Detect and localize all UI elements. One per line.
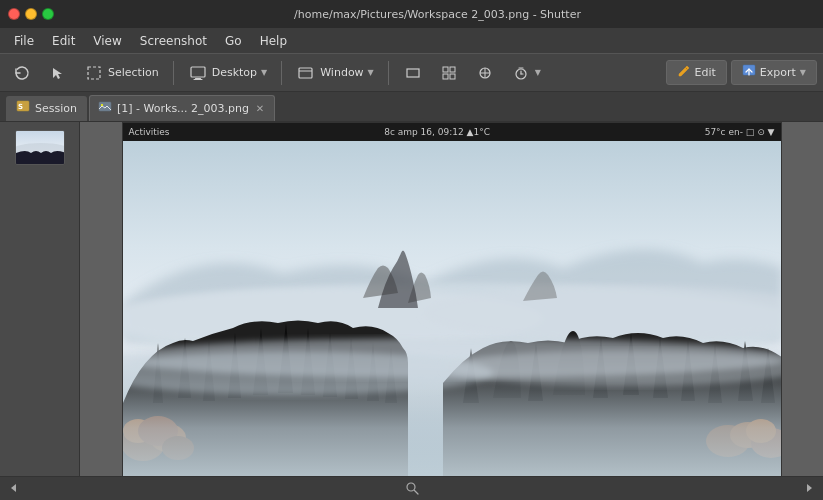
desktop-label: Desktop [212, 66, 257, 79]
svg-point-23 [101, 104, 103, 106]
menu-edit[interactable]: Edit [44, 31, 83, 51]
svg-text:S: S [18, 103, 23, 111]
rectangle-icon [403, 63, 423, 83]
menu-go[interactable]: Go [217, 31, 250, 51]
export-icon [742, 64, 756, 81]
status-bar [0, 476, 823, 500]
image-tab[interactable]: [1] - Works... 2_003.png ✕ [89, 95, 275, 121]
image-area: Activities 8c amp 16, 09:12 ▲1°C 57°c en… [80, 122, 823, 476]
edit-icon [677, 64, 691, 81]
tab-bar: S Session [1] - Works... 2_003.png ✕ [0, 92, 823, 122]
export-button[interactable]: Export ▼ [731, 60, 817, 85]
menu-file[interactable]: File [6, 31, 42, 51]
extra-btn-1[interactable] [397, 60, 429, 86]
separator-3 [388, 61, 389, 85]
separator-1 [173, 61, 174, 85]
menu-help[interactable]: Help [252, 31, 295, 51]
extra-btn-4[interactable]: ▼ [505, 60, 547, 86]
window-icon [296, 63, 316, 83]
session-label: Session [35, 102, 77, 115]
desktop-button[interactable]: Desktop ▼ [182, 60, 274, 86]
svg-rect-6 [443, 67, 448, 72]
inner-statusbar-left: Activities [129, 127, 170, 137]
svg-rect-9 [450, 74, 455, 79]
refresh-button[interactable] [6, 60, 38, 86]
selection-button[interactable]: Selection [78, 60, 165, 86]
svg-rect-22 [99, 102, 111, 111]
thumbnail[interactable] [15, 130, 65, 165]
extra-btn-2[interactable] [433, 60, 465, 86]
export-label: Export [760, 66, 796, 79]
menu-bar: File Edit View Screenshot Go Help [0, 28, 823, 54]
left-panel [0, 122, 80, 476]
window-dropdown-arrow: ▼ [368, 68, 374, 77]
landscape-svg [123, 123, 782, 477]
timer-icon [511, 63, 531, 83]
selection-label: Selection [108, 66, 159, 79]
refresh-icon [12, 63, 32, 83]
window-button[interactable]: Window ▼ [290, 60, 380, 86]
svg-marker-47 [807, 484, 812, 492]
close-button[interactable] [8, 8, 20, 20]
inner-statusbar: Activities 8c amp 16, 09:12 ▲1°C 57°c en… [123, 123, 781, 141]
menu-view[interactable]: View [85, 31, 129, 51]
svg-line-46 [414, 490, 418, 494]
svg-rect-8 [443, 74, 448, 79]
screenshot-display: Activities 8c amp 16, 09:12 ▲1°C 57°c en… [122, 122, 782, 476]
export-dropdown-arrow: ▼ [800, 68, 806, 77]
toolbar-right: Edit Export ▼ [666, 60, 817, 85]
image-tab-icon [98, 100, 112, 117]
menu-screenshot[interactable]: Screenshot [132, 31, 215, 51]
separator-2 [281, 61, 282, 85]
toolbar: Selection Desktop ▼ Window ▼ [0, 54, 823, 92]
timer-dropdown-arrow: ▼ [535, 68, 541, 77]
svg-rect-7 [450, 67, 455, 72]
extra-btn-3[interactable] [469, 60, 501, 86]
svg-rect-3 [299, 68, 312, 78]
image-tab-label: [1] - Works... 2_003.png [117, 102, 249, 115]
grid-icon [439, 63, 459, 83]
window-label: Window [320, 66, 363, 79]
svg-rect-5 [407, 69, 419, 77]
svg-marker-44 [11, 484, 16, 492]
title-bar: /home/max/Pictures/Workspace 2_003.png -… [0, 0, 823, 28]
status-left-icon [8, 482, 20, 496]
window-controls [8, 8, 54, 20]
cursor-icon [48, 63, 68, 83]
edit-label: Edit [695, 66, 716, 79]
inner-statusbar-center: 8c amp 16, 09:12 ▲1°C [384, 127, 490, 137]
zoom-icon [405, 481, 419, 497]
session-tab[interactable]: S Session [6, 96, 87, 121]
maximize-button[interactable] [42, 8, 54, 20]
session-icon: S [16, 100, 30, 117]
svg-rect-0 [88, 67, 100, 79]
cursor-button[interactable] [42, 60, 74, 86]
edit-button[interactable]: Edit [666, 60, 727, 85]
crop-icon [475, 63, 495, 83]
tab-close-button[interactable]: ✕ [254, 103, 266, 115]
status-right-icon [803, 482, 815, 496]
svg-rect-1 [191, 67, 205, 77]
inner-statusbar-right: 57°c en- □ ⊙ ▼ [705, 127, 775, 137]
selection-icon [84, 63, 104, 83]
desktop-dropdown-arrow: ▼ [261, 68, 267, 77]
svg-point-45 [407, 483, 415, 491]
minimize-button[interactable] [25, 8, 37, 20]
desktop-icon [188, 63, 208, 83]
main-content: Activities 8c amp 16, 09:12 ▲1°C 57°c en… [0, 122, 823, 476]
window-title: /home/max/Pictures/Workspace 2_003.png -… [60, 8, 815, 21]
